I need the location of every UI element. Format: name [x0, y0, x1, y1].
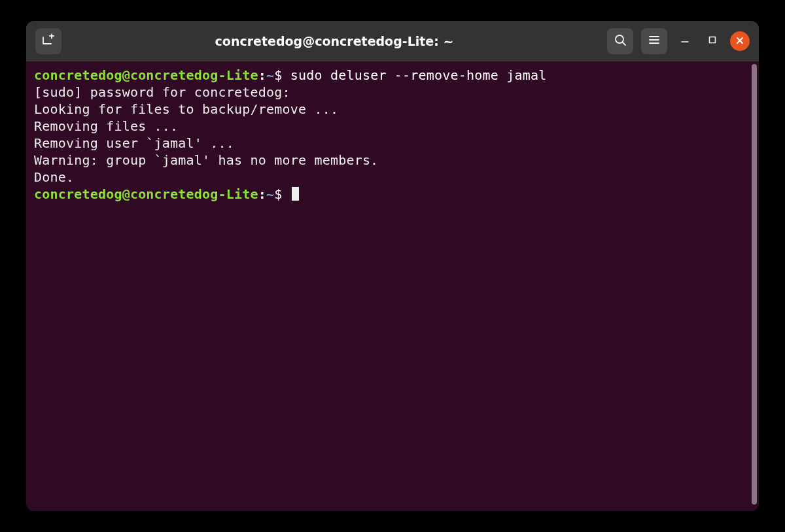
command-text: sudo deluser --remove-home jamal — [290, 67, 547, 83]
scrollbar[interactable] — [750, 61, 759, 511]
maximize-button[interactable] — [703, 31, 722, 51]
hamburger-icon — [648, 33, 661, 49]
close-button[interactable] — [730, 31, 750, 51]
prompt-sep: : — [258, 186, 266, 202]
titlebar: concretedog@concretedog-Lite: ~ — [26, 21, 759, 61]
output-line: Done. — [34, 169, 74, 185]
new-tab-icon — [41, 33, 56, 50]
prompt-path: ~ — [266, 186, 274, 202]
output-line: [sudo] password for concretedog: — [34, 84, 298, 100]
terminal-window: concretedog@concretedog-Lite: ~ — [26, 21, 759, 511]
new-tab-button[interactable] — [35, 28, 61, 54]
terminal-content[interactable]: concretedog@concretedog-Lite:~$ sudo del… — [26, 61, 750, 511]
prompt-sep: : — [258, 67, 266, 83]
svg-line-1 — [623, 42, 626, 46]
search-button[interactable] — [607, 28, 633, 54]
prompt-path: ~ — [266, 67, 274, 83]
scrollbar-thumb[interactable] — [752, 64, 757, 505]
svg-rect-6 — [710, 37, 716, 43]
prompt-dollar: $ — [274, 67, 290, 83]
prompt-dollar: $ — [274, 186, 290, 202]
output-line: Removing user `jamal' ... — [34, 135, 234, 151]
minimize-icon — [680, 35, 690, 48]
output-line: Looking for files to backup/remove ... — [34, 101, 338, 117]
output-line: Removing files ... — [34, 118, 178, 134]
prompt-userhost: concretedog@concretedog-Lite — [34, 186, 258, 202]
minimize-button[interactable] — [675, 31, 695, 51]
cursor-block — [292, 187, 299, 201]
maximize-icon — [707, 35, 718, 48]
window-title: concretedog@concretedog-Lite: ~ — [68, 34, 601, 48]
menu-button[interactable] — [641, 28, 667, 54]
close-icon — [735, 35, 744, 48]
prompt-userhost: concretedog@concretedog-Lite — [34, 67, 258, 83]
search-icon — [614, 33, 627, 49]
terminal-area: concretedog@concretedog-Lite:~$ sudo del… — [26, 61, 759, 511]
output-line: Warning: group `jamal' has no more membe… — [34, 152, 378, 168]
